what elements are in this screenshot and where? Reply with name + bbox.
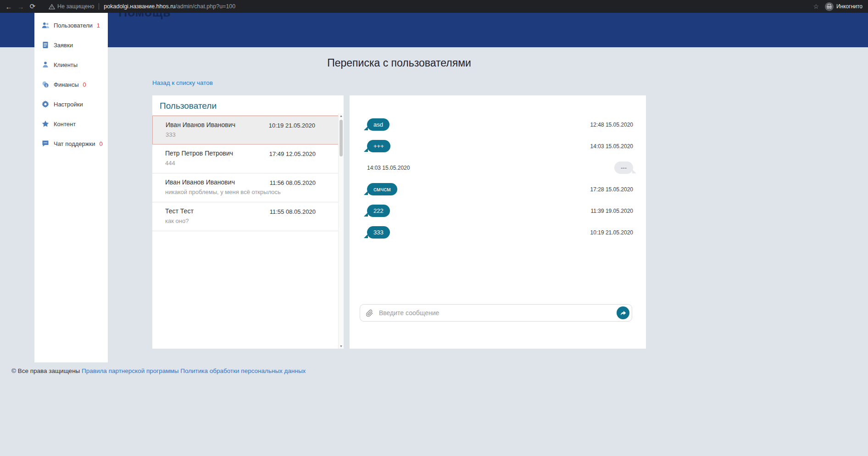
settings-icon	[42, 100, 50, 108]
back-to-chats-link[interactable]: Назад к списку чатов	[152, 79, 213, 86]
message-time: 17:28 15.05.2020	[590, 186, 633, 193]
requests-icon	[42, 41, 50, 49]
divider	[99, 3, 99, 10]
sidebar-item-label: Заявки	[54, 42, 73, 49]
browser-chrome: ← → ⟳ Не защищено pokadolgi.название.hho…	[0, 0, 868, 13]
clients-icon	[42, 61, 50, 69]
sidebar-item[interactable]: Контент	[34, 114, 108, 134]
chat-list-header: Пользователи	[152, 95, 344, 116]
sidebar-item[interactable]: Чат поддержки 0	[34, 134, 108, 154]
chat-item-preview: 444	[165, 160, 315, 167]
message-bubble: ---	[614, 161, 633, 174]
chat-list-item[interactable]: Иван Иванов Иванович 10:19 21.05.2020 33…	[152, 116, 344, 145]
send-message-button[interactable]	[617, 306, 629, 319]
support-chat-icon	[42, 140, 50, 148]
sidebar-item[interactable]: Пользователи 1	[34, 16, 108, 35]
copyright-text: © Все права защищены	[11, 367, 80, 374]
scrollbar-thumb[interactable]	[339, 120, 343, 156]
scroll-up-icon[interactable]: ▲	[339, 114, 344, 117]
chat-list-item[interactable]: Тест Тест 11:55 08.05.2020 как оно?	[152, 202, 344, 231]
chat-item-time: 17:49 12.05.2020	[269, 150, 316, 157]
sidebar-item-label: Контент	[54, 121, 76, 128]
message-bubble: 333	[367, 226, 390, 239]
message-time: 14:03 15.05.2020	[367, 165, 410, 171]
conversation-panel: asd 12:48 15.05.2020 +++ 14:03 15.05.202…	[350, 95, 646, 349]
content-icon	[42, 120, 50, 128]
browser-back-button[interactable]: ←	[3, 3, 15, 11]
chat-list-panel: Пользователи Иван Иванов Иванович 10:19 …	[152, 95, 344, 349]
incognito-badge[interactable]: Инкогнито	[825, 2, 862, 11]
message-time: 11:39 19.05.2020	[590, 208, 633, 214]
sidebar-item-badge: 0	[99, 140, 102, 147]
message-row: 333 10:19 21.05.2020	[367, 222, 633, 243]
scroll-down-icon[interactable]: ▼	[339, 345, 344, 348]
message-row: +++ 14:03 15.05.2020	[367, 135, 633, 157]
message-bubble: +++	[367, 140, 390, 152]
message-input[interactable]	[378, 309, 617, 317]
sidebar-item-badge: 1	[97, 22, 100, 29]
chat-item-preview: 333	[166, 131, 315, 138]
message-composer	[360, 304, 632, 322]
url-host: pokadolgi.название.hhos.ru	[104, 3, 175, 10]
chat-item-time: 10:19 21.05.2020	[269, 122, 315, 129]
warning-icon	[49, 4, 55, 10]
chat-item-preview: как оно?	[165, 217, 315, 224]
url-path: /admin/chat.php?u=100	[175, 3, 235, 10]
partner-rules-link[interactable]: Правила партнерской программы	[82, 367, 178, 374]
page-title: Переписка с пользователями	[152, 57, 646, 69]
incognito-icon	[825, 2, 834, 11]
chat-item-preview: никакой проблемы, у меня всё открылось	[165, 189, 315, 195]
sidebar-item-label: Пользователи	[54, 22, 93, 29]
browser-reload-button[interactable]: ⟳	[27, 2, 39, 11]
message-bubble: asd	[367, 118, 389, 131]
site-security-indicator[interactable]: Не защищено	[49, 3, 94, 10]
address-bar[interactable]: pokadolgi.название.hhos.ru/admin/chat.ph…	[104, 3, 235, 10]
message-row: asd 12:48 15.05.2020	[367, 114, 633, 135]
users-icon	[42, 22, 50, 29]
attach-file-icon[interactable]	[366, 309, 373, 317]
chat-list-item[interactable]: Петр Петров Петрович 17:49 12.05.2020 44…	[152, 145, 344, 173]
incognito-label: Инкогнито	[836, 3, 862, 10]
chat-item-time: 11:55 08.05.2020	[270, 208, 316, 215]
sidebar-item[interactable]: Заявки	[34, 35, 108, 55]
sidebar-item-label: Клиенты	[54, 61, 78, 68]
sidebar-item-label: Чат поддержки	[54, 140, 95, 147]
page: ← → ⟳ Не защищено pokadolgi.название.hho…	[0, 0, 868, 456]
sidebar-item[interactable]: $ Финансы 0	[34, 75, 108, 95]
sidebar: Пользователи 1 Заявки Клиенты $ Финансы …	[34, 13, 108, 362]
chat-item-time: 11:56 08.05.2020	[270, 179, 316, 186]
finance-icon: $	[42, 81, 50, 89]
message-list: asd 12:48 15.05.2020 +++ 14:03 15.05.202…	[350, 114, 646, 243]
chat-list-item[interactable]: Иван Иванов Иванович 11:56 08.05.2020 ни…	[152, 173, 344, 202]
privacy-policy-link[interactable]: Политика обработки персональных данных	[180, 367, 306, 374]
message-time: 12:48 15.05.2020	[590, 122, 633, 128]
message-bubble: смчсм	[367, 183, 397, 195]
message-bubble: 222	[367, 205, 390, 217]
browser-forward-button[interactable]: →	[15, 3, 27, 11]
message-time: 10:19 21.05.2020	[590, 229, 633, 236]
message-row: --- 14:03 15.05.2020	[367, 157, 633, 178]
sidebar-item-label: Настройки	[54, 101, 83, 108]
message-row: смчсм 17:28 15.05.2020	[367, 178, 633, 200]
sidebar-item-label: Финансы	[54, 81, 79, 88]
sidebar-item-badge: 0	[83, 81, 86, 88]
sidebar-menu: Пользователи 1 Заявки Клиенты $ Финансы …	[34, 16, 108, 154]
security-label: Не защищено	[57, 3, 94, 10]
footer: © Все права защищены Правила партнерской…	[11, 367, 306, 374]
bookmark-star-icon[interactable]: ☆	[813, 3, 819, 10]
chat-list-scrollbar[interactable]: ▲ ▼	[338, 113, 344, 349]
message-row: 222 11:39 19.05.2020	[367, 200, 633, 222]
sidebar-item[interactable]: Настройки	[34, 95, 108, 114]
svg-text:$: $	[45, 84, 47, 87]
sidebar-item[interactable]: Клиенты	[34, 55, 108, 75]
chat-list: Иван Иванов Иванович 10:19 21.05.2020 33…	[152, 116, 344, 231]
message-time: 14:03 15.05.2020	[590, 143, 633, 150]
